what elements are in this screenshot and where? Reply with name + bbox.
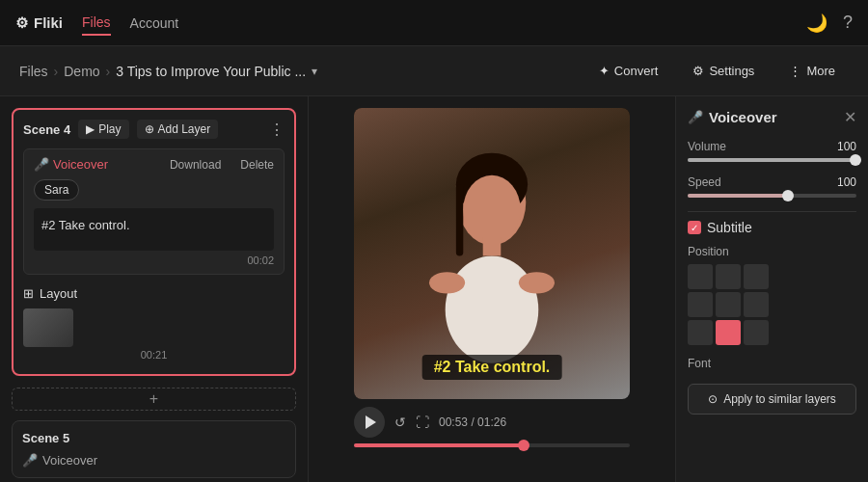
help-icon[interactable]: ? xyxy=(843,13,853,33)
layout-header: ⊞ Layout xyxy=(23,286,285,301)
play-triangle-icon xyxy=(366,415,376,429)
video-content: #2 Take control. xyxy=(354,108,630,399)
settings-icon: ⚙ xyxy=(692,64,704,78)
add-scene-button[interactable]: + xyxy=(12,388,296,411)
pos-cell-0[interactable] xyxy=(688,264,713,289)
speed-fill xyxy=(688,194,789,198)
breadcrumb-current: 3 Tips to Improve Your Public ... xyxy=(116,64,306,79)
pos-cell-2[interactable] xyxy=(744,264,769,289)
settings-label: Settings xyxy=(709,64,754,78)
play-label: Play xyxy=(98,122,121,136)
scene5-voiceover-label: Voiceover xyxy=(42,453,97,468)
download-button[interactable]: Download xyxy=(170,158,221,172)
play-pause-button[interactable] xyxy=(354,407,385,438)
top-nav-right: 🌙 ? xyxy=(806,13,853,34)
font-label: Font xyxy=(688,357,856,370)
layout-label: Layout xyxy=(40,286,77,301)
convert-button[interactable]: ✦ Convert xyxy=(585,58,672,84)
scene5-title: Scene 5 xyxy=(22,431,69,445)
voiceover-text[interactable]: #2 Take control. xyxy=(34,208,274,251)
scene4-title: Scene 4 xyxy=(23,122,70,137)
apply-label: Apply to similar layers xyxy=(723,392,836,406)
svg-point-3 xyxy=(463,175,520,244)
settings-button[interactable]: ⚙ Settings xyxy=(679,58,768,84)
right-panel: 🎤 Voiceover ✕ Volume 100 Speed 100 xyxy=(675,96,868,482)
volume-value: 100 xyxy=(837,140,856,153)
more-button[interactable]: ⋮ More xyxy=(775,58,849,84)
gear-icon: ⚙ xyxy=(15,14,28,32)
right-panel-title: Voiceover xyxy=(709,109,838,125)
scene5-block: Scene 5 🎤 Voiceover xyxy=(12,420,296,478)
scene4-play-button[interactable]: ▶ Play xyxy=(78,120,128,139)
scene4-block: Scene 4 ▶ Play ⊕ Add Layer ⋮ 🎤 Voiceover xyxy=(12,108,296,376)
apply-icon: ⊙ xyxy=(708,392,718,406)
volume-fill xyxy=(688,158,856,162)
right-panel-close-button[interactable]: ✕ xyxy=(844,108,856,126)
svg-rect-2 xyxy=(456,184,463,255)
volume-label-row: Volume 100 xyxy=(688,140,856,153)
layout-section: ⊞ Layout 00:21 xyxy=(23,282,285,364)
pos-cell-5[interactable] xyxy=(744,292,769,317)
breadcrumb-sep-2: › xyxy=(106,64,111,79)
subtitle-checkbox[interactable]: ✓ xyxy=(688,221,701,234)
scene4-header: Scene 4 ▶ Play ⊕ Add Layer ⋮ xyxy=(23,120,285,139)
layout-thumb-inner xyxy=(23,308,73,347)
dark-mode-icon[interactable]: 🌙 xyxy=(806,13,827,34)
add-layer-label: Add Layer xyxy=(158,122,211,136)
total-time: 01:26 xyxy=(477,415,506,429)
layout-icon: ⊞ xyxy=(23,286,34,301)
pos-cell-4[interactable] xyxy=(716,292,741,317)
scene5-voiceover: 🎤 Voiceover xyxy=(22,453,285,468)
center-panel: #2 Take control. ↺ ⛶ 00:53 / 01:26 xyxy=(309,96,675,482)
breadcrumb-files[interactable]: Files xyxy=(19,64,48,79)
pos-cell-6[interactable] xyxy=(688,320,713,345)
layout-thumbnail[interactable] xyxy=(23,308,73,347)
svg-rect-7 xyxy=(483,238,502,256)
nav-account[interactable]: Account xyxy=(130,12,179,35)
subtitle-overlay: #2 Take control. xyxy=(422,355,562,380)
speed-slider[interactable] xyxy=(688,194,856,198)
breadcrumb-bar: Files › Demo › 3 Tips to Improve Your Pu… xyxy=(0,46,868,96)
top-nav: ⚙ Fliki Files Account 🌙 ? xyxy=(0,0,868,46)
video-controls: ↺ ⛶ 00:53 / 01:26 xyxy=(354,407,630,438)
volume-slider[interactable] xyxy=(688,158,856,162)
restart-icon[interactable]: ↺ xyxy=(394,415,406,430)
more-label: More xyxy=(806,64,835,78)
progress-fill xyxy=(354,443,525,447)
time-display: 00:53 / 01:26 xyxy=(439,415,506,429)
mic-icon: 🎤 xyxy=(34,157,49,172)
pos-cell-1[interactable] xyxy=(716,264,741,289)
subtitle-text: #2 Take control. xyxy=(434,359,551,375)
fullscreen-icon[interactable]: ⛶ xyxy=(416,415,429,430)
speed-value: 100 xyxy=(837,175,856,189)
current-time: 00:53 xyxy=(439,415,468,429)
voiceover-duration: 00:02 xyxy=(34,254,274,266)
pos-cell-8[interactable] xyxy=(744,320,769,345)
right-panel-mic-icon: 🎤 xyxy=(688,110,703,124)
breadcrumb-chevron-icon[interactable]: ▾ xyxy=(312,65,317,78)
breadcrumb-demo[interactable]: Demo xyxy=(64,64,99,79)
add-layer-icon: ⊕ xyxy=(145,122,154,136)
add-layer-button[interactable]: ⊕ Add Layer xyxy=(137,120,219,139)
pos-cell-3[interactable] xyxy=(688,292,713,317)
delete-button[interactable]: Delete xyxy=(240,158,274,172)
pos-cell-7[interactable] xyxy=(716,320,741,345)
voiceover-title: Voiceover xyxy=(53,157,108,172)
scene4-more-icon[interactable]: ⋮ xyxy=(269,120,285,139)
speed-section: Speed 100 xyxy=(688,175,856,198)
speed-label-row: Speed 100 xyxy=(688,175,856,189)
apply-to-similar-button[interactable]: ⊙ Apply to similar layers xyxy=(688,384,856,415)
nav-files[interactable]: Files xyxy=(82,11,111,36)
speed-label: Speed xyxy=(688,175,721,189)
svg-point-5 xyxy=(429,272,465,293)
speed-thumb xyxy=(782,190,794,201)
breadcrumb: Files › Demo › 3 Tips to Improve Your Pu… xyxy=(19,64,576,79)
app-name: Fliki xyxy=(34,14,63,31)
subtitle-label: Subtitle xyxy=(707,220,752,235)
progress-bar[interactable] xyxy=(354,443,630,447)
svg-point-6 xyxy=(519,272,555,293)
app-logo: ⚙ Fliki xyxy=(15,14,63,32)
progress-thumb xyxy=(518,440,529,451)
voice-selector[interactable]: Sara xyxy=(34,179,79,201)
volume-section: Volume 100 xyxy=(688,140,856,162)
